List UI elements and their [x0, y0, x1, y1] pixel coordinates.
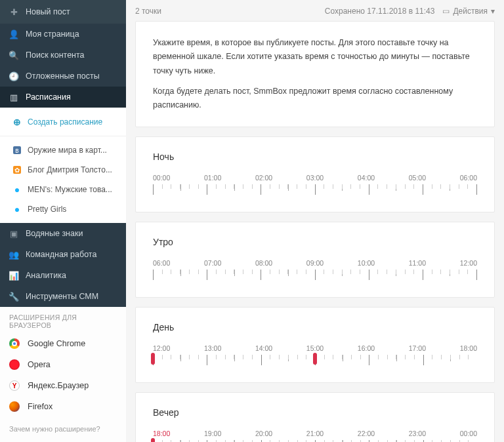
timeline-night[interactable]: 00:0001:0002:0003:0004:0005:0006:00: [153, 174, 477, 197]
vk-icon: в: [13, 146, 21, 154]
schedule-marker[interactable]: [313, 353, 317, 365]
ext-opera[interactable]: Opera: [0, 354, 126, 375]
schedule-label: MEN's: Мужские това...: [28, 185, 112, 194]
schedule-item[interactable]: ● Pretty Girls: [0, 199, 126, 219]
chrome-icon: [9, 338, 20, 349]
dot-icon: ●: [13, 205, 21, 213]
schedule-item[interactable]: ● MEN's: Мужские това...: [0, 180, 126, 199]
team-icon: 👥: [9, 250, 18, 259]
time-label: 05:00: [409, 174, 426, 182]
wrench-icon: 🔧: [9, 292, 18, 301]
time-label: 14:00: [255, 344, 272, 352]
chevron-down-icon: ▾: [491, 7, 495, 16]
nav-my-page[interactable]: 👤 Моя страница: [0, 24, 126, 45]
time-label: 13:00: [204, 344, 221, 352]
image-icon: ▣: [9, 229, 18, 238]
nav-watermarks[interactable]: ▣ Водяные знаки: [0, 223, 126, 244]
time-label: 06:00: [460, 174, 477, 182]
time-label: 17:00: [409, 344, 426, 352]
nav-label: Отложенные посты: [26, 71, 100, 81]
nav-label: Аналитика: [26, 271, 66, 280]
time-label: 00:00: [460, 430, 477, 437]
ext-chrome[interactable]: Google Chrome: [0, 333, 126, 354]
scale-title: Утро: [153, 237, 477, 247]
create-schedule-label: Создать расписание: [28, 117, 102, 127]
schedule-label: Pretty Girls: [28, 205, 66, 214]
opera-icon: [9, 359, 20, 370]
time-label: 23:00: [409, 430, 426, 437]
nav-label: Командная работа: [26, 250, 96, 259]
time-label: 22:00: [358, 430, 375, 437]
actions-label: Действия: [453, 7, 488, 16]
yandex-icon: [9, 380, 20, 391]
nav-smm-tools[interactable]: 🔧 Инструменты СММ: [0, 286, 126, 307]
ext-yandex[interactable]: Яндекс.Браузер: [0, 375, 126, 396]
time-label: 04:00: [358, 174, 375, 182]
timeline-day[interactable]: 12:0013:0014:0015:0016:0017:0018:00: [153, 344, 477, 368]
schedule-marker[interactable]: [151, 438, 155, 442]
ext-label: Яндекс.Браузер: [28, 381, 89, 390]
search-icon: 🔍: [9, 50, 18, 60]
ok-icon: ✿: [13, 166, 21, 174]
ext-why-link[interactable]: Зачем нужно расширение?: [0, 417, 126, 441]
time-label: 06:00: [153, 259, 170, 267]
time-label: 12:00: [460, 259, 477, 267]
time-label: 19:00: [204, 430, 221, 437]
nav-label: Поиск контента: [26, 50, 85, 60]
scale-morning: Утро 06:0007:0008:0009:0010:0011:0012:00: [135, 222, 495, 298]
clock-icon: 🕘: [9, 71, 18, 81]
nav-label: Расписания: [26, 92, 71, 102]
intro-card: Укажите время, в которое вы публикуете п…: [135, 21, 495, 127]
schedule-marker[interactable]: [151, 353, 155, 365]
time-label: 18:00: [460, 344, 477, 352]
plus-icon: ⊕: [13, 118, 21, 126]
time-label: 12:00: [153, 344, 170, 352]
nav-delayed-posts[interactable]: 🕘 Отложенные посты: [0, 66, 126, 87]
intro-text-1: Укажите время, в которое вы публикуете п…: [153, 36, 477, 78]
nav-search-content[interactable]: 🔍 Поиск контента: [0, 45, 126, 66]
nav-label: Водяные знаки: [26, 229, 83, 238]
scale-title: Вечер: [153, 407, 477, 418]
ext-label: Google Chrome: [28, 339, 85, 348]
schedule-item[interactable]: в Оружие мира в карт...: [0, 140, 126, 160]
time-label: 08:00: [255, 259, 272, 267]
new-post-button[interactable]: ✚ Новый пост: [0, 0, 126, 24]
schedule-label: Оружие мира в карт...: [28, 146, 107, 155]
nav-team[interactable]: 👥 Командная работа: [0, 244, 126, 265]
time-label: 18:00: [153, 430, 170, 437]
time-label: 09:00: [306, 259, 324, 267]
ext-label: Firefox: [28, 402, 52, 411]
saved-timestamp: Сохранено 17.11.2018 в 11:43: [325, 7, 435, 16]
time-label: 07:00: [204, 259, 221, 267]
nav-analytics[interactable]: 📊 Аналитика: [0, 265, 126, 286]
time-label: 03:00: [306, 174, 324, 182]
scale-evening: Вечер 18:0019:0020:0021:0022:0023:0000:0…: [135, 392, 495, 442]
time-label: 20:00: [255, 430, 272, 437]
time-label: 21:00: [306, 430, 324, 437]
new-post-label: Новый пост: [26, 7, 70, 16]
intro-text-2: Когда будете делать пост, SmmBox предлож…: [153, 85, 477, 113]
timeline-morning[interactable]: 06:0007:0008:0009:0010:0011:0012:00: [153, 259, 477, 283]
chart-icon: 📊: [9, 271, 18, 280]
nav-schedules[interactable]: ▥ Расписания: [0, 87, 126, 108]
schedule-item[interactable]: ✿ Блог Дмитрия Толсто...: [0, 160, 126, 180]
plus-icon: ✚: [9, 7, 18, 16]
scale-day: День 12:0013:0014:0015:0016:0017:0018:00: [135, 307, 495, 383]
create-schedule-button[interactable]: ⊕ Создать расписание: [0, 112, 126, 132]
timeline-evening[interactable]: 18:0019:0020:0021:0022:0023:0000:00: [153, 430, 477, 442]
firefox-icon: [9, 401, 20, 412]
schedule-label: Блог Дмитрия Толсто...: [28, 165, 112, 174]
actions-dropdown[interactable]: ▭ Действия ▾: [442, 7, 495, 16]
time-label: 15:00: [306, 344, 324, 352]
time-label: 11:00: [409, 259, 426, 267]
dot-icon: ●: [13, 186, 21, 193]
scale-night: Ночь 00:0001:0002:0003:0004:0005:0006:00: [135, 136, 495, 212]
time-label: 01:00: [204, 174, 221, 182]
time-label: 16:00: [358, 344, 375, 352]
ext-firefox[interactable]: Firefox: [0, 396, 126, 417]
scale-title: Ночь: [153, 151, 477, 162]
folder-icon: ▭: [442, 7, 450, 16]
scale-title: День: [153, 322, 477, 332]
calendar-icon: ▥: [9, 92, 18, 102]
time-label: 02:00: [255, 174, 272, 182]
